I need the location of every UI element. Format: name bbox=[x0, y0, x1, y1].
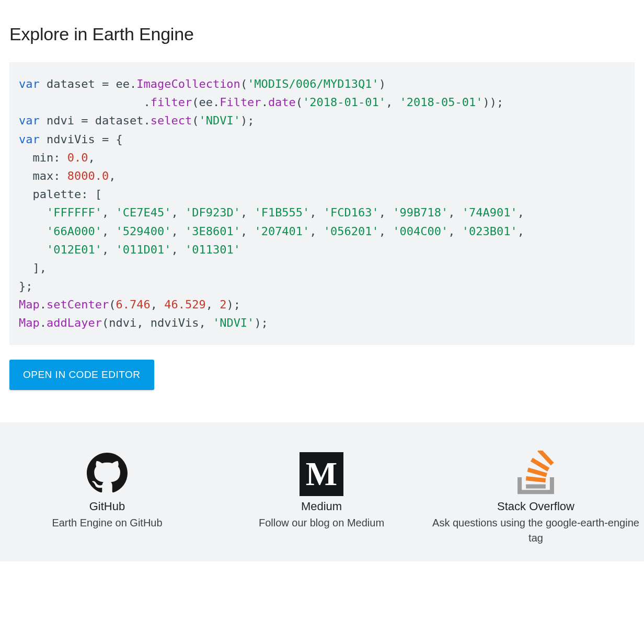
footer-github[interactable]: GitHub Earth Engine on GitHub bbox=[0, 454, 214, 546]
code-snippet: var dataset = ee.ImageCollection('MODIS/… bbox=[9, 62, 635, 345]
open-code-editor-button[interactable]: OPEN IN CODE EDITOR bbox=[9, 360, 154, 390]
svg-rect-0 bbox=[526, 484, 546, 488]
footer-medium-sub: Follow our blog on Medium bbox=[214, 515, 429, 531]
footer-so-sub: Ask questions using the google-earth-eng… bbox=[429, 515, 643, 546]
footer-github-sub: Earth Engine on GitHub bbox=[0, 515, 214, 531]
footer-links: GitHub Earth Engine on GitHub M Medium F… bbox=[0, 422, 644, 561]
footer-medium[interactable]: M Medium Follow our blog on Medium bbox=[214, 454, 429, 546]
footer-stackoverflow[interactable]: Stack Overflow Ask questions using the g… bbox=[429, 454, 643, 546]
section-heading: Explore in Earth Engine bbox=[9, 24, 635, 44]
stackoverflow-icon bbox=[513, 451, 558, 498]
medium-icon: M bbox=[300, 452, 343, 496]
footer-github-title: GitHub bbox=[0, 500, 214, 513]
footer-medium-title: Medium bbox=[214, 500, 429, 513]
svg-rect-1 bbox=[526, 476, 546, 482]
footer-so-title: Stack Overflow bbox=[429, 500, 643, 513]
github-icon bbox=[87, 453, 128, 496]
